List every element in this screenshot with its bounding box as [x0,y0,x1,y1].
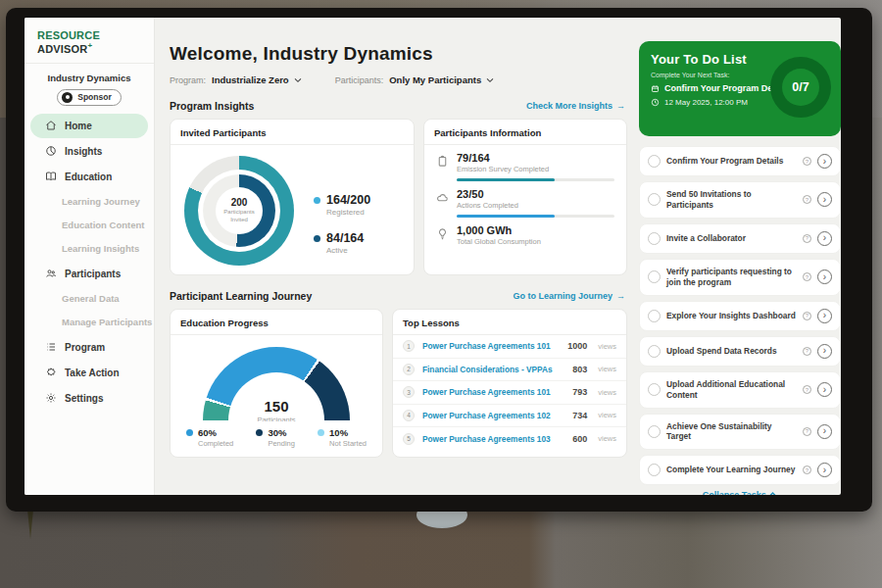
lesson-row: 1 Power Purchase Agreements 101 1000 vie… [393,335,626,359]
task-row-send-invitations[interactable]: Send 50 Invitations to Participants ? › [639,181,841,219]
sidebar-item-settings[interactable]: Settings [30,386,148,411]
learning-journey-header: Participant Learning Journey Go to Learn… [170,290,627,302]
sidebar-item-label: Program [65,342,105,353]
info-icon[interactable]: ? [803,385,811,394]
task-open-button[interactable]: › [817,463,832,477]
info-icon[interactable]: ? [803,157,811,166]
sidebar-item-program[interactable]: Program [30,335,148,360]
task-checkbox[interactable] [648,383,661,396]
monitor-bezel: RESOURCE ADVISOR+ Industry Dynamics Spon… [6,8,872,512]
progress-bar [457,178,614,181]
sidebar-item-insights[interactable]: Insights [30,139,148,164]
filters-row: Program: Industrialize Zero Participants… [170,74,627,85]
lesson-link[interactable]: Power Purchase Agreements 103 [422,434,564,444]
program-filter-value: Industrialize Zero [212,74,289,85]
info-icon[interactable]: ? [803,312,811,320]
task-open-button[interactable]: › [817,192,832,207]
info-icon[interactable]: ? [803,272,811,281]
task-row-upload-educational-content[interactable]: Upload Additional Educational Content ? … [639,371,841,409]
cloud-icon [436,191,449,204]
sidebar-item-education-content[interactable]: Education Content [24,214,154,237]
top-lessons-title: Top Lessons [393,310,626,335]
sidebar-item-learning-journey[interactable]: Learning Journey [24,190,154,214]
sponsor-badge-label: Sponsor [77,92,111,102]
stat-emission-survey: 79/164 Emission Survey Completed [436,152,614,181]
task-open-button[interactable]: › [817,309,832,323]
chevron-down-icon [294,77,302,83]
stat-actions-completed: 23/50 Actions Completed [436,188,614,218]
donut-center: 200 Participants Invited [216,187,263,234]
gauge-center-value: 150 [228,398,324,415]
lesson-link[interactable]: Power Purchase Agreements 102 [422,411,564,420]
info-icon[interactable]: ? [803,466,811,474]
info-icon[interactable]: ? [803,195,811,204]
go-to-learning-journey-link[interactable]: Go to Learning Journey→ [513,291,625,301]
task-open-button[interactable]: › [817,270,832,284]
task-row-complete-learning-journey[interactable]: Complete Your Learning Journey ? › [639,455,841,485]
task-checkbox[interactable] [648,232,661,245]
legend-not-started: 10% Not Started [318,427,367,448]
sidebar-item-label: Home [65,121,92,131]
lesson-link[interactable]: Power Purchase Agreements 101 [422,387,564,397]
main-content: Welcome, Industry Dynamics Program: Indu… [155,18,637,495]
legend-completed: 60% Completed [186,427,233,448]
sponsor-badge[interactable]: Sponsor [57,89,121,106]
task-open-button[interactable]: › [817,154,832,169]
lesson-row: 5 Power Purchase Agreements 103 600 view… [393,427,626,451]
education-progress-title: Education Progress [171,310,382,335]
task-row-upload-spend-data[interactable]: Upload Spend Data Records ? › [639,336,841,367]
task-open-button[interactable]: › [817,424,832,439]
participants-filter-value: Only My Participants [389,74,481,85]
sidebar-item-participants[interactable]: Participants [30,262,148,286]
sidebar-item-manage-participants[interactable]: Manage Participants [24,311,154,334]
sidebar-item-home[interactable]: Home [30,114,148,138]
arrow-right-icon: → [616,291,625,301]
sidebar-item-take-action[interactable]: Take Action [30,361,148,385]
program-insights-header: Program Insights Check More Insights→ [170,100,627,112]
gauge-chart: 150 Participants [203,347,350,421]
sidebar-item-label: Education Content [62,220,144,230]
chevron-up-icon [768,491,777,495]
task-checkbox[interactable] [648,310,661,322]
donut-center-value: 200 [231,197,248,208]
task-open-button[interactable]: › [817,231,832,246]
legend-dot [186,429,193,436]
task-open-button[interactable]: › [817,344,832,359]
insights-icon [45,145,57,157]
task-checkbox[interactable] [648,155,661,168]
task-row-confirm-program[interactable]: Confirm Your Program Details ? › [639,146,841,176]
participants-information-title: Participants Information [424,120,626,145]
task-checkbox[interactable] [648,464,661,476]
sidebar-item-learning-insights[interactable]: Learning Insights [24,237,154,261]
task-open-button[interactable]: › [817,382,832,397]
check-more-insights-link[interactable]: Check More Insights→ [526,101,625,111]
info-icon[interactable]: ? [803,347,811,356]
task-row-achieve-target[interactable]: Achieve One Sustainability Target ? › [639,414,841,451]
learning-journey-title: Participant Learning Journey [170,290,312,302]
logo-plus: + [88,41,93,50]
progress-bar-fill [457,178,555,181]
info-icon[interactable]: ? [803,234,811,243]
task-checkbox[interactable] [648,270,661,283]
chevron-down-icon [486,77,494,83]
task-row-verify-participants[interactable]: Verify participants requesting to join t… [639,259,841,296]
lesson-link[interactable]: Power Purchase Agreements 101 [422,341,560,351]
task-checkbox[interactable] [648,345,661,358]
lessons-list: 1 Power Purchase Agreements 101 1000 vie… [393,335,626,451]
task-checkbox[interactable] [648,193,661,206]
journey-cards-row: Education Progress 150 Participants [170,309,627,458]
sidebar-item-general-data[interactable]: General Data [24,287,154,311]
sidebar-item-label: Settings [65,393,103,404]
education-icon [45,171,57,182]
task-checkbox[interactable] [648,425,661,438]
participants-filter-select[interactable]: Only My Participants [389,74,494,85]
program-filter-select[interactable]: Industrialize Zero [212,74,302,85]
collapse-tasks-link[interactable]: Collapse Tasks [639,490,841,495]
task-row-invite-collaborator[interactable]: Invite a Collaborator ? › [639,223,841,254]
sidebar-item-education[interactable]: Education [30,165,148,189]
program-insights-title: Program Insights [170,100,254,112]
lesson-link[interactable]: Financial Considerations - VPPAs [422,365,564,374]
legend-pending: 30% Pending [256,427,295,448]
info-icon[interactable]: ? [803,427,811,436]
task-row-explore-insights[interactable]: Explore Your Insights Dashboard ? › [639,301,841,331]
